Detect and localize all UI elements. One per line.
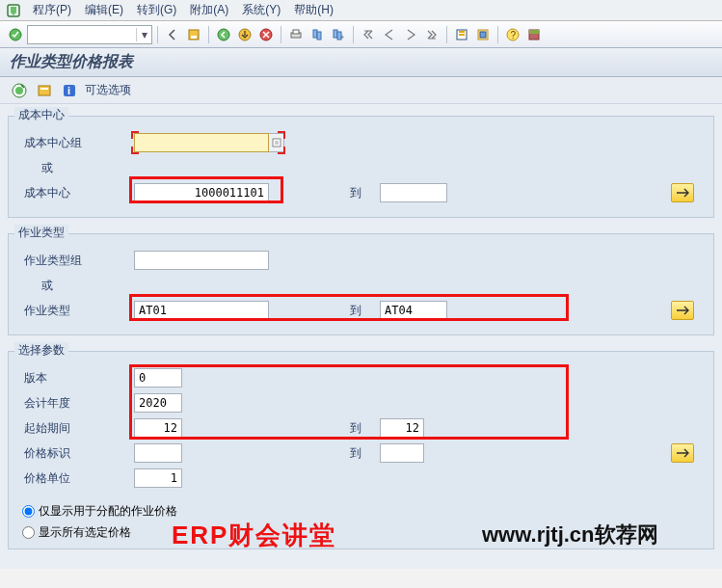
label-price-unit: 价格单位 — [18, 470, 134, 487]
label-to-2: 到 — [293, 303, 380, 319]
find-next-icon[interactable]: + — [329, 25, 348, 44]
activity-from-input[interactable] — [134, 301, 269, 320]
new-session-icon[interactable] — [452, 25, 471, 44]
label-cost-center: 成本中心 — [18, 185, 134, 201]
help-icon[interactable]: ? — [503, 25, 522, 44]
group-cost-center-title: 成本中心 — [14, 107, 68, 123]
svg-rect-11 — [334, 30, 337, 38]
cost-center-from-input[interactable] — [134, 183, 269, 202]
svg-point-4 — [218, 29, 229, 40]
optional-items-label[interactable]: 可选选项 — [85, 82, 131, 98]
group-selection-params-title: 选择参数 — [14, 342, 68, 359]
svg-text:?: ? — [511, 30, 517, 40]
cost-center-to-input[interactable] — [380, 183, 447, 202]
svg-rect-23 — [39, 86, 50, 95]
shortcut-icon[interactable] — [473, 25, 493, 44]
radio-allocation-only-label: 仅显示用于分配的作业价格 — [39, 503, 177, 520]
radio-show-all-label: 显示所有选定价格 — [39, 524, 131, 541]
label-or-2: 或 — [18, 278, 134, 294]
radio-show-all[interactable] — [22, 526, 35, 539]
svg-rect-3 — [191, 36, 197, 39]
label-to-1: 到 — [293, 185, 380, 201]
first-page-icon[interactable] — [359, 25, 378, 44]
svg-rect-28 — [275, 141, 279, 145]
info-icon[interactable]: i — [60, 81, 79, 100]
watermark-text-1: ERP财会讲堂 — [172, 519, 336, 552]
exit-icon[interactable] — [235, 25, 254, 44]
menu-help[interactable]: 帮助(H) — [288, 0, 339, 20]
page-title: 作业类型价格报表 — [10, 52, 133, 72]
multiple-selection-button[interactable] — [671, 183, 694, 202]
back-icon[interactable] — [214, 25, 233, 44]
menu-bar: 程序(P) 编辑(E) 转到(G) 附加(A) 系统(Y) 帮助(H) — [0, 0, 722, 21]
group-cost-center: 成本中心 成本中心组 或 成本中心 到 — [8, 116, 714, 218]
svg-rect-10 — [317, 32, 321, 40]
menu-extras[interactable]: 附加(A) — [184, 0, 234, 20]
cost-center-group-input[interactable] — [134, 133, 269, 152]
activity-group-input[interactable] — [134, 251, 269, 270]
label-version: 版本 — [18, 370, 134, 387]
svg-rect-16 — [480, 32, 486, 38]
label-start-period: 起始期间 — [18, 420, 134, 437]
label-activity-group: 作业类型组 — [18, 253, 134, 269]
svg-rect-24 — [40, 88, 48, 90]
multiple-selection-button[interactable] — [671, 443, 694, 463]
svg-rect-9 — [313, 30, 317, 38]
start-period-from-input[interactable] — [134, 418, 182, 438]
menu-goto[interactable]: 转到(G) — [131, 0, 182, 20]
watermark-text-2: www.rjtj.cn软荐网 — [482, 521, 658, 549]
price-ind-to-input[interactable] — [380, 443, 424, 463]
label-activity-type: 作业类型 — [18, 303, 134, 319]
last-page-icon[interactable] — [422, 25, 441, 44]
price-unit-input[interactable] — [134, 468, 182, 488]
window-menu-icon[interactable] — [6, 3, 21, 18]
page-title-strip: 作业类型价格报表 — [0, 48, 722, 77]
cancel-icon[interactable] — [256, 25, 276, 44]
back-outline-icon[interactable] — [163, 25, 182, 44]
svg-rect-20 — [529, 30, 539, 34]
group-activity-type-title: 作业类型 — [14, 225, 68, 241]
selection-screen: 成本中心 成本中心组 或 成本中心 到 作业类型 作业类型组 或 — [0, 104, 722, 569]
save-icon[interactable] — [184, 25, 203, 44]
label-cost-center-group: 成本中心组 — [18, 135, 134, 151]
app-toolbar: i 可选选项 — [0, 77, 722, 104]
svg-text:+: + — [340, 34, 344, 40]
prev-page-icon[interactable] — [380, 25, 399, 44]
label-to-4: 到 — [293, 445, 380, 462]
print-icon[interactable] — [286, 25, 306, 44]
main-toolbar: ▾ + ? — [0, 21, 722, 48]
activity-to-input[interactable] — [380, 301, 447, 320]
group-activity-type: 作业类型 作业类型组 或 作业类型 到 — [8, 233, 714, 335]
enter-icon[interactable] — [6, 25, 25, 44]
command-field[interactable]: ▾ — [27, 25, 152, 44]
dropdown-icon[interactable]: ▾ — [136, 28, 151, 41]
svg-rect-8 — [293, 30, 299, 34]
price-ind-from-input[interactable] — [134, 443, 182, 463]
start-period-to-input[interactable] — [380, 418, 424, 438]
label-price-ind: 价格标识 — [18, 445, 134, 462]
menu-program[interactable]: 程序(P) — [27, 0, 77, 20]
menu-edit[interactable]: 编辑(E) — [79, 0, 129, 20]
next-page-icon[interactable] — [401, 25, 420, 44]
label-to-3: 到 — [293, 420, 380, 437]
svg-text:i: i — [67, 85, 70, 96]
fiscal-year-input[interactable] — [134, 393, 182, 413]
variant-icon[interactable] — [35, 81, 54, 100]
svg-point-22 — [15, 87, 23, 94]
execute-icon[interactable] — [10, 81, 29, 100]
radio-allocation-only[interactable] — [22, 505, 35, 518]
find-icon[interactable] — [308, 25, 327, 44]
f4-help-icon[interactable] — [269, 133, 284, 152]
label-fiscal-year: 会计年度 — [18, 395, 134, 412]
layout-icon[interactable] — [524, 25, 544, 44]
menu-system[interactable]: 系统(Y) — [236, 0, 286, 20]
label-or-1: 或 — [18, 160, 134, 176]
multiple-selection-button[interactable] — [671, 301, 694, 320]
version-input[interactable] — [134, 368, 182, 388]
